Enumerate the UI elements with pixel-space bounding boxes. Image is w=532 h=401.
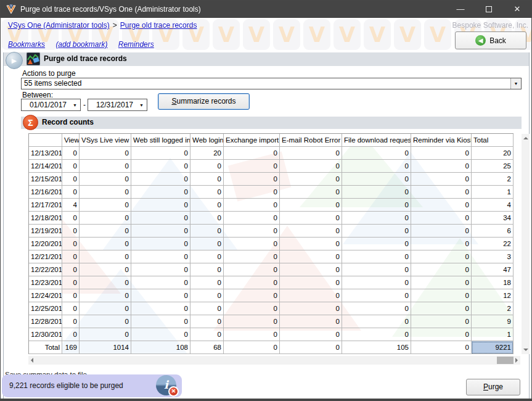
value-cell[interactable]: 18 — [472, 276, 514, 289]
summarize-records-button[interactable]: Summarize records — [158, 93, 250, 110]
value-cell[interactable]: 0 — [224, 199, 280, 212]
value-cell[interactable]: 0 — [411, 238, 472, 250]
value-cell[interactable]: 0 — [224, 160, 280, 173]
close-button[interactable]: ✕ — [503, 1, 531, 18]
value-cell[interactable]: 0 — [224, 147, 280, 160]
value-cell[interactable]: 0 — [62, 276, 80, 289]
value-cell[interactable]: 0 — [190, 212, 224, 225]
purge-button[interactable]: Purge — [466, 379, 520, 395]
value-cell[interactable]: 0 — [411, 199, 472, 212]
date-cell[interactable]: 12/14/2017 — [29, 160, 62, 173]
total-value-cell[interactable]: 0 — [280, 341, 342, 354]
scroll-right-icon[interactable] — [515, 358, 518, 363]
value-cell[interactable]: 0 — [190, 315, 224, 328]
value-cell[interactable]: 0 — [131, 147, 190, 160]
value-cell[interactable]: 0 — [411, 250, 472, 263]
value-cell[interactable]: 0 — [131, 250, 190, 263]
value-cell[interactable]: 0 — [280, 328, 342, 341]
value-cell[interactable]: 0 — [280, 238, 342, 250]
date-cell[interactable]: 12/19/2017 — [29, 225, 62, 238]
value-cell[interactable]: 0 — [411, 173, 472, 186]
value-cell[interactable]: 0 — [62, 250, 80, 263]
value-cell[interactable]: 22 — [472, 238, 514, 250]
value-cell[interactable]: 0 — [131, 160, 190, 173]
value-cell[interactable]: 0 — [62, 225, 80, 238]
value-cell[interactable]: 0 — [80, 225, 131, 238]
value-cell[interactable]: 0 — [280, 250, 342, 263]
value-cell[interactable]: 0 — [80, 250, 131, 263]
value-cell[interactable]: 0 — [411, 328, 472, 341]
add-bookmark-link[interactable]: (add bookmark) — [55, 40, 107, 49]
value-cell[interactable]: 0 — [411, 147, 472, 160]
value-cell[interactable]: 0 — [131, 238, 190, 250]
value-cell[interactable]: 0 — [280, 276, 342, 289]
value-cell[interactable]: 0 — [224, 173, 280, 186]
value-cell[interactable]: 0 — [131, 212, 190, 225]
value-cell[interactable]: 0 — [131, 276, 190, 289]
bookmarks-link[interactable]: Bookmarks — [8, 40, 45, 49]
scroll-down-icon[interactable] — [523, 349, 528, 351]
value-cell[interactable]: 0 — [190, 160, 224, 173]
total-value-cell[interactable]: 9221 — [472, 341, 514, 354]
value-cell[interactable]: 12 — [472, 289, 514, 302]
total-value-cell[interactable]: 0 — [224, 341, 280, 354]
value-cell[interactable]: 0 — [342, 263, 411, 276]
value-cell[interactable]: 0 — [342, 225, 411, 238]
value-cell[interactable]: 0 — [190, 328, 224, 341]
value-cell[interactable]: 0 — [190, 173, 224, 186]
value-cell[interactable]: 4 — [472, 199, 514, 212]
value-cell[interactable]: 2 — [472, 173, 514, 186]
collapse-panel-button[interactable]: ▶ — [6, 52, 23, 69]
horizontal-scroll-thumb[interactable] — [497, 357, 514, 364]
value-cell[interactable]: 0 — [280, 302, 342, 315]
value-cell[interactable]: 0 — [62, 212, 80, 225]
value-cell[interactable]: 0 — [80, 289, 131, 302]
value-cell[interactable]: 0 — [342, 276, 411, 289]
value-cell[interactable]: 0 — [280, 315, 342, 328]
value-cell[interactable]: 2 — [472, 302, 514, 315]
value-cell[interactable]: 1 — [472, 186, 514, 199]
date-cell[interactable]: 12/13/2017 — [29, 147, 62, 160]
value-cell[interactable]: 6 — [472, 225, 514, 238]
value-cell[interactable]: 0 — [131, 328, 190, 341]
value-cell[interactable]: 0 — [62, 328, 80, 341]
value-cell[interactable]: 0 — [342, 315, 411, 328]
value-cell[interactable]: 0 — [280, 212, 342, 225]
value-cell[interactable]: 34 — [472, 212, 514, 225]
value-cell[interactable]: 0 — [280, 199, 342, 212]
value-cell[interactable]: 0 — [411, 160, 472, 173]
value-cell[interactable]: 0 — [190, 186, 224, 199]
value-cell[interactable]: 0 — [411, 289, 472, 302]
date-cell[interactable]: 12/30/2017 — [29, 328, 62, 341]
value-cell[interactable]: 0 — [131, 263, 190, 276]
value-cell[interactable]: 20 — [190, 147, 224, 160]
reminders-link[interactable]: Reminders — [118, 40, 154, 49]
value-cell[interactable]: 0 — [190, 225, 224, 238]
value-cell[interactable]: 0 — [80, 263, 131, 276]
value-cell[interactable]: 0 — [411, 315, 472, 328]
value-cell[interactable]: 0 — [80, 160, 131, 173]
value-cell[interactable]: 0 — [80, 186, 131, 199]
vertical-scrollbar[interactable] — [522, 134, 530, 354]
value-cell[interactable]: 0 — [190, 276, 224, 289]
value-cell[interactable]: 0 — [280, 186, 342, 199]
date-cell[interactable]: 12/15/2017 — [29, 173, 62, 186]
value-cell[interactable]: 0 — [224, 238, 280, 250]
value-cell[interactable]: 20 — [472, 147, 514, 160]
value-cell[interactable]: 0 — [342, 212, 411, 225]
value-cell[interactable]: 0 — [190, 238, 224, 250]
value-cell[interactable]: 0 — [411, 212, 472, 225]
value-cell[interactable]: 0 — [224, 263, 280, 276]
value-cell[interactable]: 0 — [80, 212, 131, 225]
value-cell[interactable]: 0 — [62, 147, 80, 160]
value-cell[interactable]: 47 — [472, 263, 514, 276]
value-cell[interactable]: 0 — [80, 328, 131, 341]
total-value-cell[interactable]: 169 — [62, 341, 80, 354]
value-cell[interactable]: 0 — [131, 199, 190, 212]
date-cell[interactable]: 12/16/2017 — [29, 186, 62, 199]
date-cell[interactable]: 12/17/2017 — [29, 199, 62, 212]
date-cell[interactable]: 12/22/2017 — [29, 263, 62, 276]
date-cell[interactable]: 12/18/2017 — [29, 212, 62, 225]
date-cell[interactable]: 12/20/2017 — [29, 238, 62, 250]
value-cell[interactable]: 0 — [131, 186, 190, 199]
